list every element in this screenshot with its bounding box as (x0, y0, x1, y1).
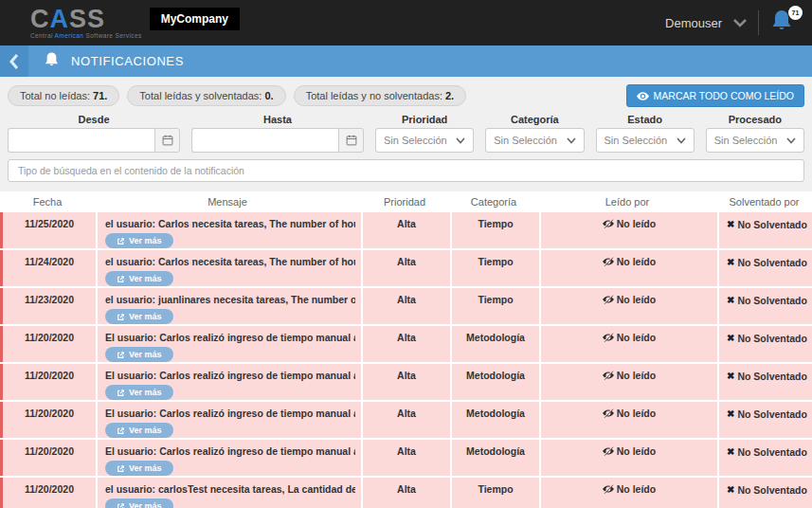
cell-leido: No leído (541, 440, 719, 476)
ver-mas-button[interactable]: Ver más (105, 233, 173, 248)
cell-prioridad: Alta (363, 288, 452, 324)
ver-mas-button[interactable]: Ver más (105, 347, 173, 362)
x-icon: ✖ (727, 219, 734, 229)
ver-mas-label: Ver más (129, 236, 162, 245)
solventado-status: No Solventado (737, 219, 807, 230)
cell-solventado: ✖ No Solventado (719, 326, 812, 362)
cell-leido: No leído (541, 326, 719, 362)
search-row (0, 153, 812, 182)
cell-mensaje: el usuario: Carlos necesita tareas, The … (98, 250, 363, 286)
x-icon: ✖ (727, 295, 734, 305)
notifications-page: CASS Central American Software Services … (0, 0, 812, 508)
ver-mas-label: Ver más (129, 350, 162, 359)
column-header-mensaje: Mensaje (95, 196, 360, 208)
message-text: el usuario: juanlinares necesita tareas,… (105, 294, 355, 305)
message-text: El usuario: Carlos realizó ingreso de ti… (105, 332, 355, 343)
filter-hasta: Hasta (191, 114, 364, 153)
ver-mas-button[interactable]: Ver más (105, 499, 173, 508)
ver-mas-label: Ver más (129, 501, 162, 508)
stats-row: Total no leídas: 71. Total leídas y solv… (0, 77, 812, 107)
mark-all-read-button[interactable]: MARCAR TODO COMO LEÍDO (626, 84, 804, 107)
search-input[interactable] (8, 159, 804, 182)
procesado-select[interactable]: Sin Selección (706, 128, 804, 153)
ver-mas-button[interactable]: Ver más (105, 385, 173, 400)
cell-prioridad: Alta (363, 402, 452, 438)
message-text: El usuario: Carlos realizó ingreso de ti… (105, 445, 355, 457)
leido-status: No leído (617, 483, 656, 495)
message-text: el usuario: Carlos necesita tareas, The … (105, 218, 355, 229)
ver-mas-label: Ver más (129, 312, 162, 321)
eye-slash-icon (603, 408, 614, 418)
categoria-select-value: Sin Selección (494, 135, 557, 146)
calendar-icon (346, 135, 357, 146)
x-icon: ✖ (727, 333, 734, 343)
chevron-down-icon (786, 137, 796, 144)
external-link-icon (117, 426, 125, 435)
x-icon: ✖ (727, 371, 734, 381)
prioridad-label: Prioridad (375, 114, 474, 125)
filters-row: Desde Hasta Prioridad Sin Selección (0, 107, 812, 153)
eye-slash-icon (603, 446, 614, 456)
leido-status: No leído (617, 332, 656, 343)
ver-mas-button[interactable]: Ver más (105, 423, 173, 438)
cell-leido: No leído (541, 402, 719, 438)
table-row: 11/25/2020 el usuario: Carlos necesita t… (0, 212, 812, 248)
filter-categoria: Categoría Sin Selección (485, 114, 584, 153)
solventado-status: No Solventado (737, 295, 807, 306)
cell-solventado: ✖ No Solventado (719, 364, 812, 400)
mark-all-read-label: MARCAR TODO COMO LEÍDO (654, 90, 794, 101)
prioridad-select[interactable]: Sin Selección (375, 128, 474, 153)
hasta-input[interactable] (191, 128, 338, 153)
cell-solventado: ✖ No Solventado (719, 250, 812, 286)
cell-fecha: 11/20/2020 (3, 440, 98, 476)
cell-leido: No leído (541, 288, 719, 324)
bell-badge: 71 (788, 6, 803, 20)
message-text: El usuario: Carlos realizó ingreso de ti… (105, 408, 355, 419)
cell-mensaje: el usuario: carlosTest necesita tareas, … (98, 478, 363, 508)
table-row: 11/24/2020 el usuario: Carlos necesita t… (0, 250, 812, 286)
cell-mensaje: El usuario: Carlos realizó ingreso de ti… (98, 402, 363, 438)
ver-mas-button[interactable]: Ver más (105, 461, 173, 476)
table-row: 11/20/2020 El usuario: Carlos realizó in… (0, 402, 812, 438)
eye-slash-icon (603, 257, 614, 266)
user-menu[interactable]: Demouser (665, 16, 722, 30)
hasta-calendar-button[interactable] (338, 128, 364, 153)
categoria-label: Categoría (485, 114, 584, 125)
ver-mas-button[interactable]: Ver más (105, 309, 173, 324)
desde-label: Desde (8, 114, 180, 125)
table-row: 11/20/2020 el usuario: carlosTest necesi… (0, 478, 812, 508)
divider (758, 10, 759, 35)
cell-leido: No leído (541, 478, 719, 508)
estado-select[interactable]: Sin Selección (596, 128, 695, 153)
cass-logo-text: CASS (30, 7, 142, 31)
cell-leido: No leído (541, 250, 719, 286)
ver-mas-label: Ver más (129, 388, 162, 397)
categoria-select[interactable]: Sin Selección (485, 128, 584, 153)
stat-read-solved: Total leídas y solventadas: 0. (127, 85, 285, 106)
cell-prioridad: Alta (363, 440, 452, 476)
back-button[interactable] (0, 45, 28, 77)
leido-status: No leído (617, 256, 656, 267)
cass-logo-subtitle: Central American Software Services (30, 32, 142, 39)
chevron-down-icon[interactable] (733, 14, 747, 31)
topbar-right: Demouser 71 (665, 9, 799, 37)
column-header-leido-por: Leído por (538, 196, 716, 208)
column-header-fecha: Fecha (0, 196, 95, 208)
cell-mensaje: El usuario: Carlos realizó ingreso de ti… (98, 326, 363, 362)
notifications-bell[interactable]: 71 (770, 9, 799, 37)
cell-solventado: ✖ No Solventado (719, 288, 812, 324)
company-badge: MyCompany (150, 8, 240, 30)
cell-categoria: Metodología (452, 326, 541, 362)
notifications-table: Fecha Mensaje Prioridad Categoría Leído … (0, 191, 812, 508)
cell-fecha: 11/20/2020 (3, 326, 98, 362)
x-icon: ✖ (727, 408, 734, 419)
desde-calendar-button[interactable] (154, 128, 180, 153)
ver-mas-label: Ver más (129, 274, 162, 283)
leido-status: No leído (617, 294, 656, 305)
message-text: el usuario: Carlos necesita tareas, The … (105, 256, 355, 267)
ver-mas-button[interactable]: Ver más (105, 271, 173, 286)
eye-slash-icon (603, 371, 614, 380)
table-body: 11/25/2020 el usuario: Carlos necesita t… (0, 212, 812, 508)
desde-input[interactable] (8, 128, 154, 153)
x-icon: ✖ (727, 446, 734, 457)
